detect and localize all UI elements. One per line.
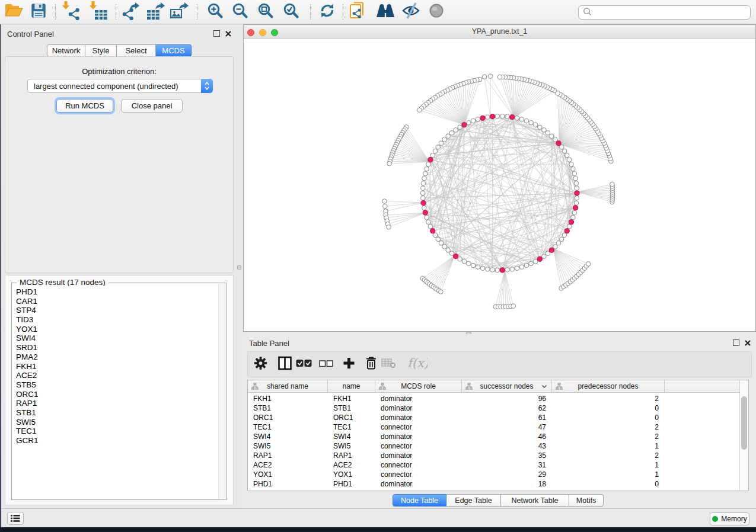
cell-shared-name[interactable]: TEC1	[248, 422, 328, 432]
cell-predecessor-nodes[interactable]: 1	[552, 441, 665, 451]
table-row[interactable]: RAP1RAP1dominator352	[248, 451, 739, 460]
mcds-node-item[interactable]: RAP1	[16, 399, 218, 408]
mcds-node-item[interactable]: YOX1	[16, 325, 218, 334]
cell-shared-name[interactable]: ACE2	[248, 460, 328, 470]
cell-name[interactable]: PHD1	[328, 479, 375, 489]
cell-shared-name[interactable]: ORC1	[248, 413, 328, 422]
close-panel-button[interactable]: Close panel	[121, 99, 183, 113]
cell-successor-nodes[interactable]: 18	[462, 479, 552, 489]
import-table-disabled-button[interactable]	[381, 358, 396, 371]
table-scrollbar[interactable]	[739, 380, 748, 491]
table-row[interactable]: STB1STB1dominator620	[248, 403, 739, 413]
cell-MCDS-role[interactable]: dominator	[375, 413, 462, 422]
network-canvas[interactable]	[244, 39, 755, 331]
cell-name[interactable]: STB1	[328, 403, 375, 413]
network-graph[interactable]	[244, 39, 755, 331]
select-all-check-button[interactable]	[296, 359, 312, 370]
cell-predecessor-nodes[interactable]: 0	[552, 403, 665, 413]
mcds-node-item[interactable]: STB5	[16, 380, 218, 390]
cell-shared-name[interactable]: RAP1	[248, 451, 328, 460]
cell-successor-nodes[interactable]: 61	[462, 413, 552, 422]
cell-predecessor-nodes[interactable]: 2	[552, 394, 665, 403]
cell-MCDS-role[interactable]: connector	[375, 460, 462, 470]
export-table-button[interactable]	[146, 2, 166, 22]
table-row[interactable]: SWI4SWI4dominator462	[248, 432, 739, 441]
mcds-node-item[interactable]: SRD1	[16, 343, 218, 352]
mcds-node-item[interactable]: FKH1	[16, 362, 218, 371]
cell-MCDS-role[interactable]: connector	[375, 441, 462, 451]
mcds-node-item[interactable]: PHD1	[16, 287, 218, 297]
cell-successor-nodes[interactable]: 43	[462, 441, 552, 451]
search-box[interactable]	[578, 5, 751, 20]
close-table-panel-icon[interactable]	[744, 339, 751, 347]
cell-successor-nodes[interactable]: 31	[462, 460, 552, 470]
cell-successor-nodes[interactable]: 35	[462, 451, 552, 460]
table-options-button[interactable]	[254, 357, 267, 373]
cell-name[interactable]: FKH1	[328, 394, 375, 403]
tab-edge-table[interactable]: Edge Table	[446, 494, 501, 507]
delete-row-button[interactable]	[365, 356, 377, 373]
cell-shared-name[interactable]: STB1	[248, 403, 328, 413]
cell-successor-nodes[interactable]: 62	[462, 403, 552, 413]
cell-MCDS-role[interactable]: connector	[375, 470, 462, 479]
mcds-node-item[interactable]: STB1	[16, 408, 218, 418]
close-panel-icon[interactable]	[225, 30, 232, 37]
cell-shared-name[interactable]: SWI4	[248, 432, 328, 441]
level-of-detail-button[interactable]	[426, 2, 446, 22]
mcds-node-item[interactable]: STP4	[16, 306, 218, 315]
import-table-button[interactable]	[88, 2, 108, 22]
cell-name[interactable]: SWI5	[328, 441, 375, 451]
export-network-button[interactable]	[121, 2, 141, 22]
cell-shared-name[interactable]: PHD1	[248, 479, 328, 489]
column-header-MCDS-role[interactable]: MCDS role	[375, 380, 462, 392]
zoom-fit-button[interactable]	[256, 2, 276, 22]
mcds-node-item[interactable]: CAR1	[16, 297, 218, 306]
mcds-node-item[interactable]: TID3	[16, 315, 218, 325]
deselect-all-button[interactable]	[319, 359, 333, 370]
tab-select[interactable]: Select	[117, 44, 156, 57]
tab-node-table[interactable]: Node Table	[393, 494, 446, 507]
refresh-view-button[interactable]	[317, 2, 337, 22]
mcds-node-item[interactable]: ACE2	[16, 371, 218, 380]
clone-network-button[interactable]	[349, 2, 369, 22]
tab-network[interactable]: Network	[47, 44, 85, 57]
cell-MCDS-role[interactable]: dominator	[375, 451, 462, 460]
mcds-node-item[interactable]: PMA2	[16, 352, 218, 362]
cell-name[interactable]: TEC1	[328, 422, 375, 432]
table-row[interactable]: FKH1FKH1dominator962	[248, 394, 739, 403]
tab-network-table[interactable]: Network Table	[501, 494, 569, 507]
add-row-button[interactable]	[343, 357, 355, 372]
cell-name[interactable]: RAP1	[328, 451, 375, 460]
tab-style[interactable]: Style	[85, 44, 117, 57]
open-file-button[interactable]	[4, 2, 24, 22]
mcds-node-item[interactable]: GCR1	[16, 436, 218, 446]
mcds-node-item[interactable]: TEC1	[16, 427, 218, 436]
task-history-button[interactable]	[7, 512, 24, 525]
float-table-panel-icon[interactable]	[733, 339, 739, 346]
cell-successor-nodes[interactable]: 96	[462, 394, 552, 403]
search-network-button[interactable]	[375, 2, 395, 22]
cell-shared-name[interactable]: YOX1	[248, 470, 328, 479]
zoom-in-button[interactable]	[205, 2, 225, 22]
zoom-selected-region-button[interactable]	[281, 2, 301, 22]
column-header-shared-name[interactable]: shared name	[248, 380, 328, 392]
mcds-node-item[interactable]: SWI4	[16, 334, 218, 343]
cell-predecessor-nodes[interactable]: 0	[552, 479, 665, 489]
cell-predecessor-nodes[interactable]: 2	[552, 432, 665, 441]
table-row[interactable]: YOX1YOX1connector291	[248, 470, 739, 479]
column-header-predecessor-nodes[interactable]: predecessor nodes	[552, 380, 665, 392]
import-network-button[interactable]	[60, 2, 81, 22]
table-row[interactable]: ORC1ORC1dominator610	[248, 413, 739, 422]
mcds-node-item[interactable]: SWI5	[16, 418, 218, 427]
mcds-list-scrollbar[interactable]	[218, 284, 225, 499]
cell-shared-name[interactable]: FKH1	[248, 394, 328, 403]
cell-name[interactable]: YOX1	[328, 470, 375, 479]
show-columns-button[interactable]	[277, 356, 292, 373]
tab-motifs[interactable]: Motifs	[569, 494, 604, 507]
splitter-handle[interactable]	[237, 265, 241, 270]
optimization-dropdown[interactable]: largest connected component (undirected)	[27, 79, 213, 93]
cell-predecessor-nodes[interactable]: 2	[552, 451, 665, 460]
cell-predecessor-nodes[interactable]: 1	[552, 470, 665, 479]
toggle-panel-visibility-button[interactable]	[401, 2, 421, 22]
zoom-out-button[interactable]	[230, 2, 250, 22]
